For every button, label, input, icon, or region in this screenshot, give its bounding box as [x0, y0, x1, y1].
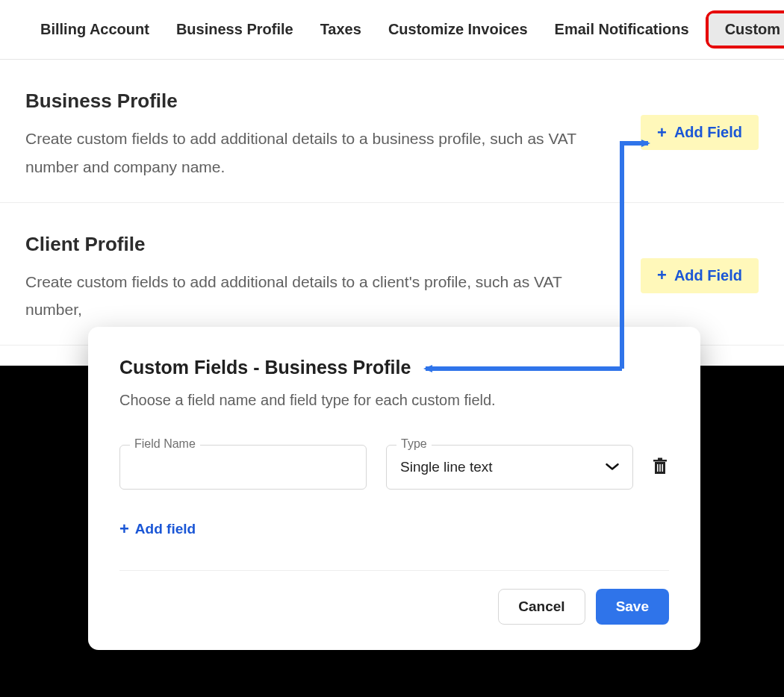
add-field-business-label: Add Field: [674, 124, 742, 141]
field-type-label: Type: [396, 437, 432, 451]
tab-custom-fields-highlight: Custom Fields: [706, 10, 784, 49]
field-name-input[interactable]: [119, 445, 367, 490]
add-field-client-button[interactable]: + Add Field: [641, 258, 759, 293]
plus-icon: +: [657, 267, 667, 284]
add-field-link-label: Add field: [135, 521, 196, 537]
settings-page: Billing Account Business Profile Taxes C…: [0, 0, 784, 366]
svg-rect-3: [657, 464, 659, 472]
add-field-link[interactable]: + Add field: [119, 521, 196, 537]
field-row: Field Name Type Single line text: [119, 445, 669, 490]
settings-tabs: Billing Account Business Profile Taxes C…: [0, 0, 784, 60]
tab-customize-invoices[interactable]: Customize Invoices: [375, 13, 541, 46]
section-business-title: Business Profile: [25, 90, 623, 113]
field-type-select[interactable]: Single line text: [386, 445, 633, 490]
add-field-business-button[interactable]: + Add Field: [641, 115, 759, 150]
svg-rect-2: [658, 458, 662, 460]
svg-rect-4: [659, 464, 661, 472]
section-business-profile: Business Profile Create custom fields to…: [0, 60, 784, 203]
field-name-group: Field Name: [119, 445, 367, 490]
plus-icon: +: [657, 125, 667, 141]
modal-title: Custom Fields - Business Profile: [119, 357, 669, 378]
modal-actions: Cancel Save: [119, 589, 669, 625]
tab-business-profile[interactable]: Business Profile: [163, 13, 307, 46]
section-business-desc: Create custom fields to add additional d…: [25, 125, 623, 181]
svg-rect-1: [653, 460, 667, 462]
trash-icon[interactable]: [653, 457, 669, 477]
svg-rect-5: [662, 464, 664, 472]
section-client-desc: Create custom fields to add additional d…: [25, 268, 623, 325]
modal-divider: [119, 570, 669, 571]
chevron-down-icon: [606, 460, 619, 474]
modal-desc: Choose a field name and field type for e…: [119, 392, 669, 409]
field-type-value: Single line text: [400, 459, 493, 475]
add-field-client-label: Add Field: [674, 267, 742, 284]
custom-fields-modal: Custom Fields - Business Profile Choose …: [88, 327, 700, 650]
plus-icon: +: [119, 521, 129, 537]
section-business-text: Business Profile Create custom fields to…: [25, 90, 623, 181]
field-type-group: Type Single line text: [386, 445, 633, 490]
tab-billing-account[interactable]: Billing Account: [27, 13, 163, 46]
tab-custom-fields[interactable]: Custom Fields: [709, 13, 784, 46]
section-client-title: Client Profile: [25, 233, 623, 256]
section-client-profile: Client Profile Create custom fields to a…: [0, 203, 784, 346]
tab-email-notifications[interactable]: Email Notifications: [541, 13, 703, 46]
field-name-label: Field Name: [130, 437, 200, 451]
section-client-text: Client Profile Create custom fields to a…: [25, 233, 623, 325]
cancel-button[interactable]: Cancel: [498, 589, 585, 625]
save-button[interactable]: Save: [596, 589, 669, 625]
tab-taxes[interactable]: Taxes: [307, 13, 375, 46]
